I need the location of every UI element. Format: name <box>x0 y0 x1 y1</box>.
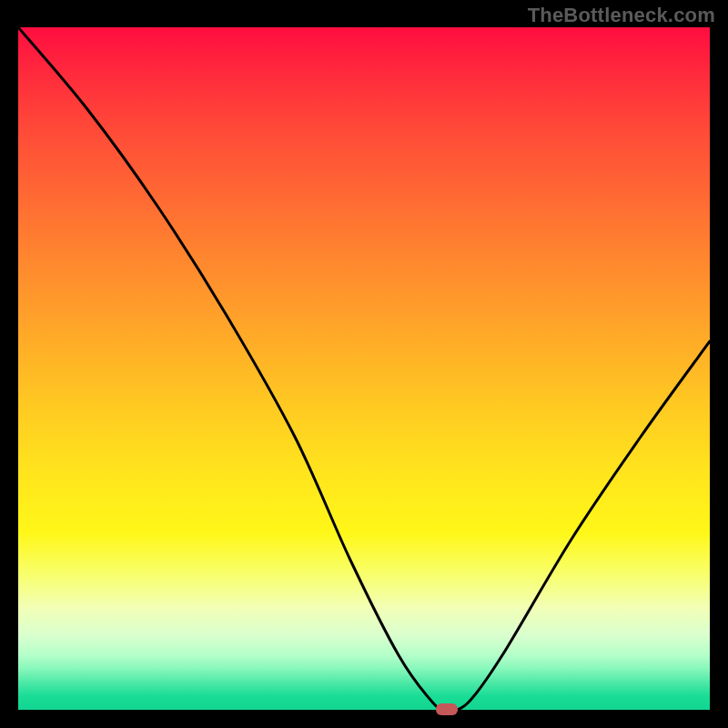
watermark-text: TheBottleneck.com <box>528 4 715 27</box>
minimum-marker <box>436 703 458 715</box>
bottleneck-curve-path <box>18 27 710 710</box>
plot-area <box>18 27 710 710</box>
bottleneck-curve-svg <box>18 27 710 710</box>
chart-frame: TheBottleneck.com <box>0 0 728 728</box>
